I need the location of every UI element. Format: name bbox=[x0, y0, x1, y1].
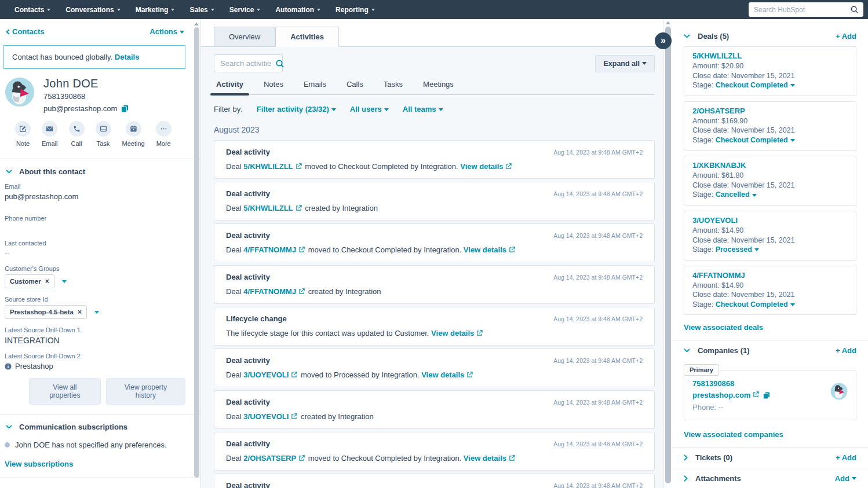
add-deal-button[interactable]: + Add bbox=[836, 32, 856, 41]
view-details-link[interactable]: View details bbox=[460, 162, 503, 171]
deal-link[interactable]: 4/FFATNOMMJ bbox=[243, 287, 296, 296]
deal-stage-dropdown[interactable]: Processed bbox=[716, 245, 752, 254]
field-label-drill-down-2: Latest Source Drill-Down 2 bbox=[5, 353, 185, 359]
company-phone: Phone: -- bbox=[692, 402, 770, 413]
remove-tag-icon[interactable]: × bbox=[78, 308, 82, 316]
view-details-link[interactable]: View details bbox=[421, 370, 464, 379]
deal-link[interactable]: 3/UOYEVOLI bbox=[243, 370, 289, 379]
view-property-history-button[interactable]: View property history bbox=[106, 378, 185, 405]
bounce-details-link[interactable]: Details bbox=[115, 53, 140, 61]
deal-link[interactable]: 2/OHSATSERP bbox=[243, 454, 296, 463]
chevron-down-icon[interactable] bbox=[62, 280, 67, 283]
view-all-properties-button[interactable]: View all properties bbox=[29, 378, 101, 405]
quick-action-call-button[interactable]: Call bbox=[69, 121, 85, 147]
nav-item-conversations[interactable]: Conversations bbox=[58, 0, 127, 19]
company-id-link[interactable]: 7581390868 bbox=[692, 378, 770, 390]
deal-link[interactable]: 5/KHWLILZLL bbox=[243, 204, 293, 212]
subtab-meetings[interactable]: Meetings bbox=[423, 80, 454, 94]
global-search-input[interactable] bbox=[754, 6, 851, 14]
subtab-tasks[interactable]: Tasks bbox=[384, 80, 403, 94]
deal-name-link[interactable]: 1/XKBKNABJK bbox=[692, 160, 848, 170]
subtab-notes[interactable]: Notes bbox=[264, 80, 283, 94]
view-details-link[interactable]: View details bbox=[464, 245, 506, 254]
customer-group-tag[interactable]: Customer× bbox=[5, 274, 54, 288]
deal-name-link[interactable]: 5/KHWLILZLL bbox=[692, 51, 848, 61]
subtab-activity[interactable]: Activity bbox=[216, 80, 243, 94]
field-label-last-contacted: Last contacted bbox=[5, 240, 185, 247]
quick-action-more-button[interactable]: More bbox=[156, 121, 172, 147]
activity-timestamp: Aug 14, 2023 at 9:48 AM GMT+2 bbox=[553, 399, 643, 406]
deal-name-link[interactable]: 3/UOYEVOLI bbox=[692, 215, 848, 225]
activity-title: Deal activity bbox=[226, 148, 270, 156]
search-activities-box[interactable] bbox=[214, 54, 283, 72]
quick-action-email-button[interactable]: Email bbox=[42, 121, 58, 147]
nav-item-automation[interactable]: Automation bbox=[268, 0, 328, 19]
deal-name-link[interactable]: 4/FFATNOMMJ bbox=[692, 270, 848, 280]
left-panel-scrollbar[interactable] bbox=[193, 23, 200, 488]
external-link-icon bbox=[296, 204, 302, 213]
deal-stage-dropdown[interactable]: Cancelled bbox=[716, 190, 750, 199]
actions-dropdown[interactable]: Actions bbox=[149, 27, 184, 36]
subtab-emails[interactable]: Emails bbox=[304, 80, 326, 94]
remove-tag-icon[interactable]: × bbox=[45, 277, 49, 285]
chevron-down-icon[interactable] bbox=[94, 311, 99, 314]
deal-stage-dropdown[interactable]: Checkout Completed bbox=[716, 81, 788, 89]
section-companies[interactable]: Companies (1) + Add bbox=[684, 340, 856, 361]
add-company-button[interactable]: + Add bbox=[836, 346, 856, 355]
tab-overview[interactable]: Overview bbox=[214, 27, 275, 46]
meeting-icon bbox=[126, 121, 141, 137]
activity-body: Deal 3/UOYEVOLI moved to Processed by In… bbox=[226, 370, 643, 380]
nav-item-marketing[interactable]: Marketing bbox=[128, 0, 183, 19]
section-attachments[interactable]: Attachments Add bbox=[684, 468, 856, 488]
source-store-tag[interactable]: Prestashop-4.5-beta× bbox=[5, 305, 87, 319]
copy-icon[interactable] bbox=[121, 105, 129, 112]
activity-card: Lifecycle change Aug 14, 2023 at 9:48 AM… bbox=[214, 307, 655, 346]
quick-action-note-button[interactable]: Note bbox=[15, 121, 31, 147]
nav-item-service[interactable]: Service bbox=[222, 0, 268, 19]
view-details-link[interactable]: View details bbox=[431, 329, 474, 337]
subtab-calls[interactable]: Calls bbox=[347, 80, 363, 94]
activity-title: Deal activity bbox=[226, 189, 270, 198]
quick-action-task-button[interactable]: Task bbox=[96, 121, 111, 147]
expand-all-button[interactable]: Expand all bbox=[595, 55, 655, 72]
deal-name-link[interactable]: 2/OHSATSERP bbox=[692, 106, 848, 116]
section-communication-subscriptions[interactable]: Communication subscriptions bbox=[3, 414, 185, 438]
chevron-down-icon bbox=[384, 108, 389, 111]
filter-dropdown[interactable]: All teams bbox=[403, 105, 443, 113]
deal-link[interactable]: 4/FFATNOMMJ bbox=[243, 245, 296, 254]
deal-link[interactable]: 3/UOYEVOLI bbox=[243, 412, 289, 421]
filter-dropdown[interactable]: Filter activity (23/32) bbox=[257, 105, 336, 113]
main-scrollbar[interactable] bbox=[663, 19, 672, 488]
back-to-contacts-link[interactable]: Contacts bbox=[6, 27, 45, 36]
tab-activities[interactable]: Activities bbox=[275, 27, 339, 47]
activity-title: Lifecycle change bbox=[226, 314, 287, 323]
external-link-icon bbox=[466, 371, 473, 380]
view-associated-deals-link[interactable]: View associated deals bbox=[684, 323, 763, 332]
external-link-icon bbox=[291, 413, 297, 421]
deal-stage-dropdown[interactable]: Checkout Completed bbox=[716, 300, 788, 309]
global-search[interactable] bbox=[749, 2, 863, 17]
add-ticket-button[interactable]: + Add bbox=[836, 453, 856, 462]
activity-body: Deal 5/KHWLILZLL created by Integration bbox=[226, 204, 643, 213]
activity-body: Deal 2/OHSATSERP moved to Checkout Compl… bbox=[226, 454, 643, 463]
company-domain-link[interactable]: prestashop.com bbox=[692, 390, 770, 401]
nav-item-sales[interactable]: Sales bbox=[182, 0, 221, 19]
copy-icon[interactable] bbox=[763, 392, 770, 399]
view-subscriptions-link[interactable]: View subscriptions bbox=[5, 460, 73, 468]
search-activities-input[interactable] bbox=[220, 59, 271, 68]
nav-item-contacts[interactable]: Contacts bbox=[7, 0, 58, 19]
filter-dropdown[interactable]: All users bbox=[350, 105, 389, 113]
deal-link[interactable]: 5/KHWLILZLL bbox=[243, 162, 293, 171]
view-details-link[interactable]: View details bbox=[464, 454, 506, 463]
collapse-panel-button[interactable]: » bbox=[655, 32, 672, 49]
nav-item-reporting[interactable]: Reporting bbox=[328, 0, 382, 19]
deal-stage-dropdown[interactable]: Checkout Completed bbox=[716, 136, 788, 144]
quick-action-meeting-button[interactable]: Meeting bbox=[122, 121, 145, 147]
activity-card: Deal activity Aug 14, 2023 at 9:48 AM GM… bbox=[214, 390, 655, 429]
section-website-activity[interactable]: Website activity bbox=[3, 478, 185, 488]
section-tickets[interactable]: Tickets (0) + Add bbox=[684, 447, 856, 468]
section-deals[interactable]: Deals (5) + Add bbox=[684, 26, 856, 46]
add-attachment-dropdown[interactable]: Add bbox=[835, 474, 856, 483]
view-associated-companies-link[interactable]: View associated companies bbox=[684, 430, 783, 439]
section-about-this-contact[interactable]: About this contact bbox=[3, 159, 185, 183]
